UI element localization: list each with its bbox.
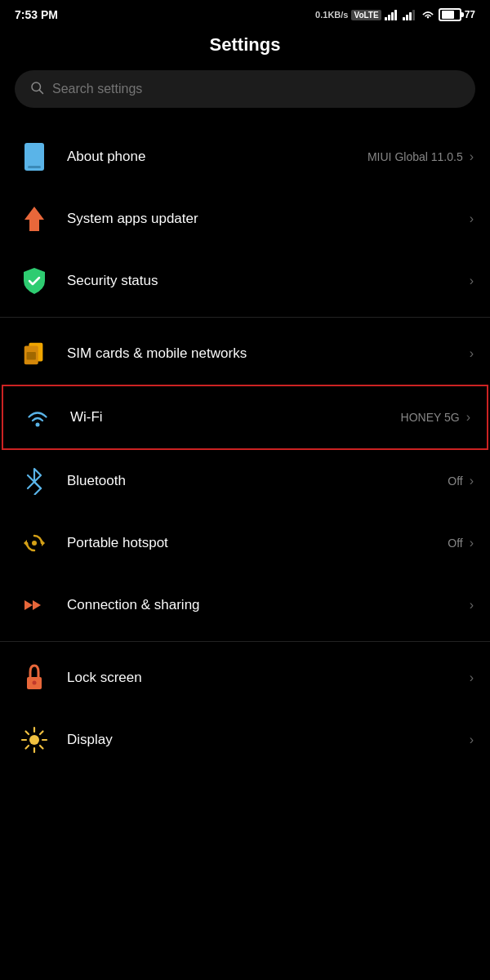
settings-item-about-phone[interactable]: About phone MIUI Global 11.0.5 › [0,126,490,188]
about-phone-title: About phone [67,149,368,165]
sim-cards-title: SIM cards & mobile networks [67,345,466,362]
settings-item-wifi[interactable]: Wi-Fi HONEY 5G › [2,385,488,450]
svg-rect-2 [391,12,394,20]
search-input[interactable] [52,82,461,96]
status-right-icons: 0.1KB/s VoLTE 77 [315,8,475,21]
settings-list: About phone MIUI Global 11.0.5 › System … [0,126,490,771]
svg-line-34 [26,746,29,749]
settings-item-display[interactable]: Display › [0,709,490,771]
svg-marker-20 [24,540,27,546]
settings-item-portable-hotspot[interactable]: Portable hotspot Off › [0,512,490,574]
wifi-status-icon [421,9,435,20]
phone-icon [16,139,52,175]
battery-percent: 77 [465,9,475,20]
svg-marker-23 [33,600,41,610]
svg-rect-0 [385,17,387,20]
wifi-right: HONEY 5G › [401,410,470,425]
display-right: › [466,733,474,747]
lock-screen-chevron: › [470,670,474,685]
system-apps-title: System apps updater [67,211,466,227]
svg-marker-12 [24,207,44,231]
svg-rect-4 [403,17,405,20]
settings-item-lock-screen[interactable]: Lock screen › [0,647,490,709]
settings-item-bluetooth[interactable]: Bluetooth Off › [0,450,490,512]
search-bar[interactable] [15,70,475,108]
hotspot-title: Portable hotspot [67,535,448,551]
settings-item-system-apps-updater[interactable]: System apps updater › [0,188,490,250]
sim-cards-right: › [466,346,474,361]
hotspot-content: Portable hotspot [67,535,448,551]
hotspot-chevron: › [470,536,474,550]
bluetooth-title: Bluetooth [67,473,448,489]
bluetooth-content: Bluetooth [67,473,448,489]
security-status-right: › [466,274,474,288]
about-phone-content: About phone [67,149,368,165]
hotspot-icon [16,525,52,561]
sim-cards-chevron: › [470,346,474,361]
lock-icon [16,660,52,696]
shield-icon [16,263,52,299]
settings-item-sim-cards[interactable]: SIM cards & mobile networks › [0,323,490,385]
svg-line-31 [26,732,29,735]
status-bar: 7:53 PM 0.1KB/s VoLTE 77 [0,0,490,26]
lock-screen-content: Lock screen [67,670,466,686]
connection-chevron: › [470,598,474,612]
connection-icon [16,587,52,623]
svg-marker-19 [42,540,45,546]
svg-line-18 [28,482,34,488]
bluetooth-subtitle: Off [448,474,462,488]
page-title: Settings [0,26,490,70]
system-apps-right: › [466,212,474,226]
sim-icon [16,336,52,372]
hotspot-subtitle: Off [448,537,462,550]
system-apps-content: System apps updater [67,211,466,227]
status-time: 7:53 PM [15,8,58,21]
system-apps-chevron: › [470,212,474,226]
arrow-up-icon [16,201,52,237]
display-icon [16,722,52,758]
about-phone-right: MIUI Global 11.0.5 › [368,149,474,164]
signal-bars-icon [385,9,399,20]
svg-rect-15 [27,352,36,359]
svg-line-33 [40,732,43,735]
svg-rect-11 [28,166,41,168]
battery-icon [439,8,461,21]
svg-rect-5 [406,15,408,20]
divider-1 [0,317,490,318]
connection-title: Connection & sharing [67,597,466,613]
display-chevron: › [470,733,474,747]
wifi-chevron: › [466,410,470,425]
about-phone-chevron: › [470,149,474,164]
svg-rect-1 [388,15,390,20]
about-phone-subtitle: MIUI Global 11.0.5 [368,150,463,163]
svg-rect-6 [409,12,412,20]
svg-line-32 [40,746,43,749]
bluetooth-chevron: › [470,474,474,488]
settings-item-security-status[interactable]: Security status › [0,250,490,312]
wifi-subtitle: HONEY 5G [401,411,460,424]
wifi-content: Wi-Fi [70,409,401,425]
security-status-content: Security status [67,273,466,289]
connection-right: › [466,598,474,612]
display-content: Display [67,732,466,748]
svg-marker-22 [24,600,33,610]
svg-line-9 [39,90,42,93]
svg-point-25 [33,681,37,685]
volte-icon: VoLTE [351,10,381,20]
svg-rect-3 [394,10,397,20]
svg-point-26 [29,735,39,745]
divider-2 [0,641,490,642]
connection-content: Connection & sharing [67,597,466,613]
search-icon [29,80,44,98]
settings-item-connection-sharing[interactable]: Connection & sharing › [0,574,490,636]
sim-cards-content: SIM cards & mobile networks [67,345,466,362]
security-status-chevron: › [470,274,474,288]
bluetooth-icon [16,463,52,499]
svg-point-16 [36,423,40,427]
security-status-title: Security status [67,273,466,289]
network-speed: 0.1KB/s [315,10,348,20]
display-title: Display [67,732,466,748]
signal-bars-2-icon [403,9,417,20]
wifi-icon [20,399,56,435]
bluetooth-right: Off › [448,474,474,488]
